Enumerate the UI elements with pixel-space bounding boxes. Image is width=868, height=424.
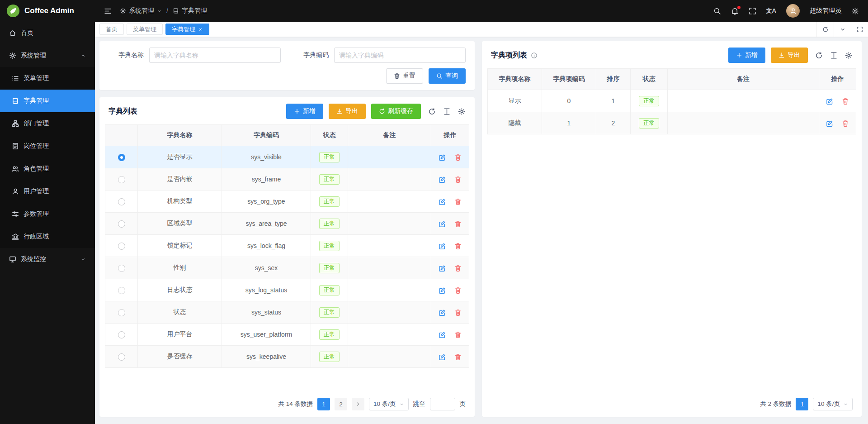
edit-icon[interactable]: [439, 287, 446, 294]
user-name[interactable]: 超级管理员: [810, 7, 841, 15]
close-icon[interactable]: [198, 27, 203, 32]
sidebar-item-user-management[interactable]: 用户管理: [0, 180, 95, 203]
edit-icon[interactable]: [439, 176, 446, 183]
row-radio[interactable]: [118, 287, 125, 294]
edit-icon[interactable]: [439, 353, 446, 361]
tab-home[interactable]: 首页: [99, 24, 124, 35]
status-badge: 正常: [319, 241, 340, 251]
delete-icon[interactable]: [454, 287, 462, 294]
delete-icon[interactable]: [454, 265, 462, 272]
edit-icon[interactable]: [439, 331, 446, 338]
table-row[interactable]: 用户平台 sys_user_platform 正常: [105, 324, 469, 346]
table-row[interactable]: 状态 sys_status 正常: [105, 301, 469, 324]
dict-code-input[interactable]: [334, 48, 466, 63]
row-radio[interactable]: [118, 353, 125, 361]
column-height-icon[interactable]: [443, 108, 451, 115]
edit-icon[interactable]: [826, 120, 833, 127]
export-dict-button[interactable]: 导出: [329, 104, 366, 119]
status-badge: 正常: [319, 263, 340, 273]
page-1-button[interactable]: 1: [796, 398, 808, 410]
add-dict-button[interactable]: 新增: [286, 104, 323, 119]
sidebar-collapse-icon[interactable]: [104, 7, 112, 15]
edit-icon[interactable]: [439, 309, 446, 316]
table-settings-icon[interactable]: [458, 108, 466, 115]
search-icon[interactable]: [713, 7, 721, 15]
tabs-menu-chevron-icon[interactable]: [834, 22, 851, 37]
reset-button[interactable]: 重置: [386, 68, 423, 84]
translate-icon[interactable]: 文A: [766, 7, 776, 15]
edit-icon[interactable]: [439, 265, 446, 272]
row-radio[interactable]: [118, 176, 125, 183]
sidebar-item-role-management[interactable]: 角色管理: [0, 157, 95, 180]
row-radio[interactable]: [118, 331, 125, 338]
sidebar-item-menu-management[interactable]: 菜单管理: [0, 67, 95, 90]
page-1-button[interactable]: 1: [317, 398, 330, 410]
breadcrumb-section[interactable]: 系统管理: [120, 7, 162, 15]
info-icon[interactable]: [531, 52, 538, 59]
delete-icon[interactable]: [454, 353, 462, 361]
delete-icon[interactable]: [454, 198, 462, 205]
table-row[interactable]: 是否显示 sys_visible 正常: [105, 146, 469, 168]
sidebar-item-home[interactable]: 首页: [0, 22, 95, 44]
delete-icon[interactable]: [454, 154, 462, 161]
edit-icon[interactable]: [439, 220, 446, 228]
add-dict-item-button[interactable]: 新增: [728, 48, 765, 63]
sidebar-item-admin-region[interactable]: 行政区域: [0, 225, 95, 248]
sidebar-item-post-management[interactable]: 岗位管理: [0, 135, 95, 157]
page-size-select[interactable]: 10 条/页: [813, 398, 853, 410]
table-row[interactable]: 机构类型 sys_org_type 正常: [105, 191, 469, 213]
table-row[interactable]: 性别 sys_sex 正常: [105, 257, 469, 279]
table-row[interactable]: 隐藏 1 2 正常: [488, 112, 856, 134]
tab-dict-management[interactable]: 字典管理: [165, 24, 209, 35]
row-radio[interactable]: [118, 309, 125, 316]
table-row[interactable]: 显示 0 1 正常: [488, 90, 856, 112]
row-radio[interactable]: [118, 154, 125, 161]
notifications-bell-icon[interactable]: [731, 7, 739, 15]
edit-icon[interactable]: [826, 98, 833, 105]
edit-icon[interactable]: [439, 154, 446, 161]
sidebar-item-dict-management[interactable]: 字典管理: [0, 90, 95, 112]
table-refresh-icon[interactable]: [815, 52, 823, 59]
avatar[interactable]: [786, 4, 800, 18]
delete-icon[interactable]: [842, 120, 849, 127]
row-radio[interactable]: [118, 198, 125, 205]
edit-icon[interactable]: [439, 243, 446, 250]
page-2-button[interactable]: 2: [335, 398, 347, 410]
delete-icon[interactable]: [454, 309, 462, 316]
delete-icon[interactable]: [842, 98, 849, 105]
page-size-select[interactable]: 10 条/页: [369, 398, 409, 410]
edit-icon[interactable]: [439, 198, 446, 205]
table-row[interactable]: 是否缓存 sys_keepalive 正常: [105, 346, 469, 368]
table-row[interactable]: 锁定标记 sys_lock_flag 正常: [105, 235, 469, 257]
settings-gear-icon[interactable]: [851, 7, 859, 15]
jump-page-input[interactable]: [430, 398, 455, 410]
delete-icon[interactable]: [454, 243, 462, 250]
column-height-icon[interactable]: [830, 52, 838, 59]
sidebar-item-system-management[interactable]: 系统管理: [0, 44, 95, 67]
sidebar-item-param-management[interactable]: 参数管理: [0, 203, 95, 225]
table-row[interactable]: 区域类型 sys_area_type 正常: [105, 213, 469, 235]
refresh-cache-button[interactable]: 刷新缓存: [371, 104, 421, 119]
table-row[interactable]: 是否内嵌 sys_frame 正常: [105, 168, 469, 191]
table-settings-icon[interactable]: [845, 52, 853, 59]
row-radio[interactable]: [118, 265, 125, 272]
row-radio[interactable]: [118, 243, 125, 250]
table-refresh-icon[interactable]: [428, 108, 436, 115]
fullscreen-icon[interactable]: [749, 7, 756, 15]
app-logo[interactable]: Coffee Admin: [0, 0, 95, 22]
dict-name-input[interactable]: [149, 48, 281, 63]
sidebar-item-system-monitor[interactable]: 系统监控: [0, 248, 95, 271]
content-fullscreen-icon[interactable]: [851, 22, 868, 37]
table-row[interactable]: 日志状态 sys_log_status 正常: [105, 279, 469, 301]
delete-icon[interactable]: [454, 220, 462, 228]
sidebar-item-dept-management[interactable]: 部门管理: [0, 112, 95, 135]
export-dict-items-button[interactable]: 导出: [771, 48, 808, 63]
next-page-button[interactable]: [352, 398, 364, 410]
delete-icon[interactable]: [454, 176, 462, 183]
delete-icon[interactable]: [454, 331, 462, 338]
tab-menu-management[interactable]: 菜单管理: [127, 24, 163, 35]
remark-cell: [668, 90, 819, 112]
query-button[interactable]: 查询: [429, 68, 466, 84]
row-radio[interactable]: [118, 220, 125, 228]
tabs-refresh-icon[interactable]: [816, 22, 834, 37]
